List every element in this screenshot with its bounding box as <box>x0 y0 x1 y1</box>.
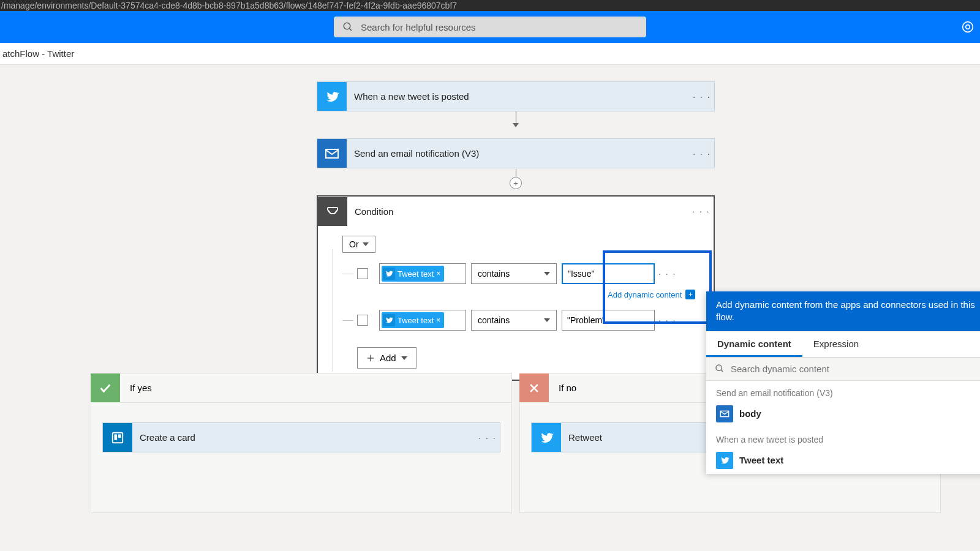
add-dynamic-content-link[interactable]: Add dynamic content + <box>608 290 695 299</box>
if-yes-title: If yes <box>120 373 512 403</box>
remove-token-button[interactable]: × <box>436 269 440 278</box>
condition-row: Tweet text × contains · · · Add dynamic … <box>342 261 704 286</box>
group-operator-select[interactable]: Or <box>342 236 375 253</box>
check-icon <box>91 373 120 402</box>
svg-rect-6 <box>113 432 123 443</box>
condition-title: Condition <box>347 206 689 217</box>
value-left-field[interactable]: Tweet text × <box>379 310 466 331</box>
trigger-title: When a new tweet is posted <box>347 91 690 102</box>
condition-header[interactable]: Condition · · · <box>318 197 714 226</box>
tree-line <box>333 249 333 372</box>
dynamic-group-label: When a new tweet is posted <box>706 427 980 447</box>
condition-row: Tweet text × contains · · · <box>342 308 704 332</box>
row-more-button[interactable]: · · · <box>658 315 676 325</box>
remove-token-button[interactable]: × <box>436 316 440 324</box>
email-action-card[interactable]: Send an email notification (V3) · · · <box>317 138 715 168</box>
if-yes-branch: If yes Create a card · · · <box>91 373 512 513</box>
plus-icon: + <box>685 290 695 299</box>
email-action-title: Send an email notification (V3) <box>347 148 690 159</box>
trigger-card[interactable]: When a new tweet is posted · · · <box>317 81 715 111</box>
connector-arrow <box>516 111 516 127</box>
search-placeholder: Search for helpful resources <box>361 22 476 32</box>
step-more-button[interactable]: · · · <box>690 92 714 102</box>
breadcrumb: atchFlow - Twitter <box>0 43 980 65</box>
create-card-action[interactable]: Create a card · · · <box>102 422 500 452</box>
dynamic-group-label: Send an email notification (V3) <box>706 381 980 400</box>
help-icon[interactable] <box>962 21 974 33</box>
svg-point-0 <box>344 23 350 29</box>
tab-expression[interactable]: Expression <box>802 331 870 357</box>
row-checkbox[interactable] <box>357 268 368 279</box>
value-right-input[interactable] <box>562 263 655 284</box>
add-condition-button[interactable]: Add <box>357 347 417 369</box>
mail-icon <box>716 405 733 422</box>
app-header: Search for helpful resources <box>0 11 980 43</box>
chevron-down-icon <box>401 356 407 360</box>
search-icon <box>715 364 725 373</box>
mail-icon <box>317 139 347 168</box>
twitter-icon <box>383 314 395 326</box>
dynamic-search-input[interactable] <box>731 364 979 374</box>
svg-line-12 <box>721 370 723 372</box>
close-icon <box>519 373 549 402</box>
svg-line-1 <box>349 28 352 31</box>
step-more-button[interactable]: · · · <box>475 433 500 443</box>
browser-url: /manage/environments/Default-37574ca4-cd… <box>0 0 980 11</box>
create-card-title: Create a card <box>132 432 475 443</box>
search-icon <box>342 21 353 32</box>
dynamic-content-panel: Add dynamic content from the apps and co… <box>706 291 980 474</box>
condition-icon <box>318 197 347 226</box>
row-checkbox[interactable] <box>357 315 368 326</box>
step-more-button[interactable]: · · · <box>689 206 714 216</box>
chevron-down-icon <box>363 242 369 246</box>
dynamic-item-tweet-text[interactable]: Tweet text <box>706 447 980 474</box>
add-step-button[interactable]: + <box>510 177 522 189</box>
plus-icon <box>366 354 375 362</box>
token-tweet-text[interactable]: Tweet text × <box>382 266 444 282</box>
svg-point-2 <box>963 22 973 32</box>
twitter-icon <box>716 452 733 469</box>
step-more-button[interactable]: · · · <box>690 149 714 159</box>
row-more-button[interactable]: · · · <box>658 269 676 279</box>
operator-select[interactable]: contains <box>471 310 557 331</box>
dynamic-search[interactable] <box>706 358 980 381</box>
value-right-input[interactable] <box>562 310 655 331</box>
twitter-icon <box>317 82 347 111</box>
svg-point-3 <box>966 25 970 29</box>
condition-card: Condition · · · Or <box>317 195 715 381</box>
dynamic-item-body[interactable]: body <box>706 400 980 427</box>
operator-select[interactable]: contains <box>471 263 557 284</box>
svg-rect-8 <box>118 434 121 438</box>
svg-rect-7 <box>115 434 118 440</box>
tab-dynamic-content[interactable]: Dynamic content <box>706 331 802 357</box>
value-left-field[interactable]: Tweet text × <box>379 263 466 284</box>
flow-canvas: When a new tweet is posted · · · Send an… <box>0 65 980 551</box>
chevron-down-icon <box>544 272 550 276</box>
twitter-icon <box>532 423 561 452</box>
chevron-down-icon <box>544 318 550 322</box>
dynamic-panel-heading: Add dynamic content from the apps and co… <box>706 291 980 331</box>
token-tweet-text[interactable]: Tweet text × <box>382 312 444 328</box>
svg-point-11 <box>716 365 722 370</box>
twitter-icon <box>383 268 395 280</box>
trello-icon <box>103 423 132 452</box>
search-input[interactable]: Search for helpful resources <box>334 17 646 37</box>
